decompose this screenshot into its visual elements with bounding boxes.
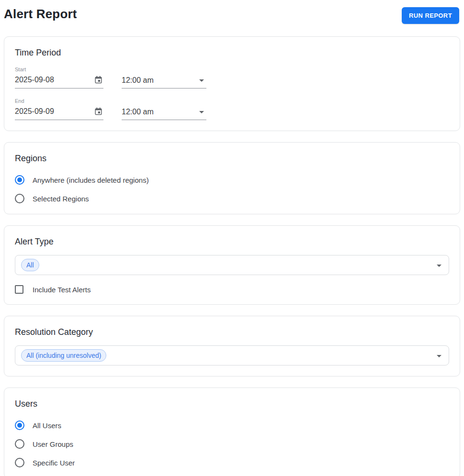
radio-icon[interactable] xyxy=(15,175,24,185)
page-title: Alert Report xyxy=(4,6,77,22)
regions-card: Regions Anywhere (includes deleted regio… xyxy=(4,142,460,214)
chevron-down-icon xyxy=(437,355,441,357)
checkbox-icon[interactable] xyxy=(15,285,23,294)
end-field-group: End 2025-09-09 12:00 am xyxy=(15,98,449,120)
resolution-category-title: Resolution Category xyxy=(15,326,449,338)
start-time-value: 12:00 am xyxy=(122,76,154,85)
end-input-row: 2025-09-09 12:00 am xyxy=(15,104,449,120)
chevron-down-icon xyxy=(437,265,441,267)
start-date-input[interactable]: 2025-09-08 xyxy=(15,72,103,89)
radio-label: All Users xyxy=(33,421,61,430)
calendar-icon[interactable] xyxy=(93,75,103,85)
time-period-title: Time Period xyxy=(15,47,449,58)
end-time-select[interactable]: 12:00 am xyxy=(122,105,206,120)
end-date-input[interactable]: 2025-09-09 xyxy=(15,104,103,120)
end-label: End xyxy=(15,98,449,104)
radio-icon[interactable] xyxy=(15,439,24,449)
start-time-select[interactable]: 12:00 am xyxy=(122,74,206,89)
radio-option-specific-user[interactable]: Specific User xyxy=(15,458,449,467)
radio-icon[interactable] xyxy=(15,194,24,203)
radio-label: Anywhere (includes deleted regions) xyxy=(33,176,149,184)
alert-type-chip[interactable]: All xyxy=(21,259,39,271)
calendar-icon[interactable] xyxy=(93,106,103,116)
page-header: Alert Report RUN REPORT xyxy=(4,4,460,24)
chevron-down-icon xyxy=(199,111,204,113)
chevron-down-icon xyxy=(199,79,204,82)
radio-option-anywhere[interactable]: Anywhere (includes deleted regions) xyxy=(15,175,449,185)
end-time-value: 12:00 am xyxy=(122,108,154,116)
end-date-value: 2025-09-09 xyxy=(15,107,54,116)
include-test-alerts-row[interactable]: Include Test Alerts xyxy=(15,285,449,294)
run-report-button[interactable]: RUN REPORT xyxy=(402,7,459,24)
radio-label: Specific User xyxy=(33,459,75,467)
start-input-row: 2025-09-08 12:00 am xyxy=(15,72,449,89)
alert-type-card: Alert Type All Include Test Alerts xyxy=(4,225,460,305)
start-date-value: 2025-09-08 xyxy=(15,76,54,84)
radio-option-user-groups[interactable]: User Groups xyxy=(15,439,449,449)
regions-title: Regions xyxy=(15,153,449,164)
radio-label: Selected Regions xyxy=(33,195,89,203)
resolution-category-card: Resolution Category All (including unres… xyxy=(4,316,460,376)
alert-type-title: Alert Type xyxy=(15,236,449,247)
radio-icon[interactable] xyxy=(15,458,24,467)
radio-option-all-users[interactable]: All Users xyxy=(15,421,449,430)
start-field-group: Start 2025-09-08 12:00 am xyxy=(15,66,449,89)
users-title: Users xyxy=(15,398,449,410)
resolution-category-select[interactable]: All (including unresolved) xyxy=(15,345,449,365)
checkbox-label: Include Test Alerts xyxy=(33,286,91,294)
start-label: Start xyxy=(15,66,449,72)
radio-label: User Groups xyxy=(33,440,73,448)
resolution-category-chip[interactable]: All (including unresolved) xyxy=(21,349,106,362)
time-period-card: Time Period Start 2025-09-08 12:00 am En… xyxy=(4,36,460,131)
alert-type-select[interactable]: All xyxy=(15,255,449,275)
users-card: Users All Users User Groups Specific Use… xyxy=(4,387,460,476)
radio-option-selected-regions[interactable]: Selected Regions xyxy=(15,194,449,203)
radio-icon[interactable] xyxy=(15,421,24,430)
